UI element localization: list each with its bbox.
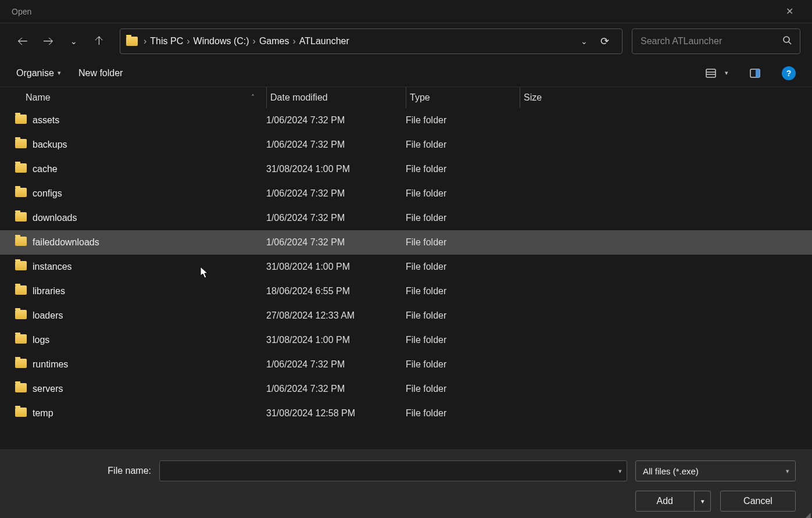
forward-button[interactable]: 🡢: [37, 30, 59, 52]
folder-icon: [15, 115, 27, 124]
file-date: 31/08/2024 12:58 PM: [266, 408, 406, 419]
column-name-header[interactable]: Name ˄: [26, 92, 266, 103]
refresh-button[interactable]: ⟳: [593, 35, 616, 48]
file-date: 1/06/2024 7:32 PM: [266, 359, 406, 370]
file-date: 1/06/2024 7:32 PM: [266, 115, 406, 126]
file-type: File folder: [406, 164, 520, 174]
nav-row: 🡠 🡢 ⌄ 🡡 › This PC › Windows (C:) › Games…: [0, 23, 812, 59]
file-name: instances: [33, 262, 266, 272]
view-mode-button[interactable]: [702, 64, 720, 83]
file-list[interactable]: assets1/06/2024 7:32 PMFile folderbackup…: [0, 108, 812, 427]
view-dropdown-icon[interactable]: ▾: [725, 69, 728, 77]
file-type: File folder: [406, 115, 520, 126]
folder-icon: [15, 310, 27, 319]
file-row[interactable]: instances31/08/2024 1:00 PMFile folder: [0, 255, 812, 279]
svg-rect-6: [756, 69, 760, 77]
folder-icon: [15, 139, 27, 148]
file-type: File folder: [406, 140, 520, 150]
file-row[interactable]: loaders27/08/2024 12:33 AMFile folder: [0, 303, 812, 328]
file-type: File folder: [406, 335, 520, 345]
file-name: loaders: [33, 310, 266, 321]
file-row[interactable]: faileddownloads1/06/2024 7:32 PMFile fol…: [0, 230, 812, 255]
folder-icon: [15, 383, 27, 392]
file-type: File folder: [406, 237, 520, 248]
preview-pane-button[interactable]: [746, 64, 764, 83]
up-button[interactable]: 🡡: [88, 30, 110, 52]
toolbar: Organise ▾ New folder ▾ ?: [0, 59, 812, 87]
folder-icon: [15, 212, 27, 222]
chevron-down-icon[interactable]: ▾: [618, 467, 622, 475]
filetype-dropdown[interactable]: All files (*.exe) ▾: [635, 460, 796, 481]
chevron-right-icon: ›: [185, 36, 191, 47]
add-dropdown-button[interactable]: ▾: [695, 491, 711, 512]
chevron-right-icon: ›: [291, 36, 296, 47]
folder-icon: [15, 285, 27, 295]
cancel-button[interactable]: Cancel: [720, 491, 796, 512]
file-type: File folder: [406, 262, 520, 272]
file-date: 1/06/2024 7:32 PM: [266, 237, 406, 248]
file-name: faileddownloads: [33, 237, 266, 248]
file-name: backups: [33, 140, 266, 150]
file-row[interactable]: assets1/06/2024 7:32 PMFile folder: [0, 108, 812, 133]
search-box[interactable]: [632, 28, 800, 54]
file-name: servers: [33, 384, 266, 394]
back-button[interactable]: 🡠: [12, 30, 34, 52]
file-type: File folder: [406, 310, 520, 321]
file-row[interactable]: configs1/06/2024 7:32 PMFile folder: [0, 181, 812, 206]
filename-input[interactable]: ▾: [159, 460, 627, 481]
file-date: 1/06/2024 7:32 PM: [266, 213, 406, 223]
column-size-header[interactable]: Size: [520, 87, 594, 108]
file-name: downloads: [33, 213, 266, 223]
column-date-header[interactable]: Date modified: [266, 87, 406, 108]
file-row[interactable]: logs31/08/2024 1:00 PMFile folder: [0, 328, 812, 352]
breadcrumb-item[interactable]: ATLauncher: [297, 36, 352, 47]
address-bar[interactable]: › This PC › Windows (C:) › Games › ATLau…: [120, 28, 623, 54]
chevron-down-icon: ▾: [786, 467, 789, 475]
breadcrumb-item[interactable]: Games: [257, 36, 292, 47]
file-row[interactable]: libraries18/06/2024 6:55 PMFile folder: [0, 279, 812, 303]
close-button[interactable]: ✕: [779, 1, 800, 22]
file-name: assets: [33, 115, 266, 126]
file-row[interactable]: temp31/08/2024 12:58 PMFile folder: [0, 401, 812, 426]
column-headers: Name ˄ Date modified Type Size: [0, 87, 812, 108]
file-row[interactable]: runtimes1/06/2024 7:32 PMFile folder: [0, 352, 812, 377]
search-input[interactable]: [641, 36, 782, 47]
address-history-dropdown[interactable]: ⌄: [575, 37, 593, 46]
file-type: File folder: [406, 188, 520, 199]
file-type: File folder: [406, 213, 520, 223]
chevron-right-icon: ›: [142, 36, 148, 47]
titlebar: Open ✕: [0, 0, 812, 23]
file-row[interactable]: downloads1/06/2024 7:32 PMFile folder: [0, 206, 812, 230]
add-button[interactable]: Add: [635, 491, 695, 512]
search-icon: [782, 35, 792, 47]
sort-indicator-icon: ˄: [251, 94, 255, 102]
folder-icon: [126, 37, 138, 46]
resize-grip-icon[interactable]: ◢: [804, 513, 810, 517]
svg-rect-2: [706, 69, 716, 77]
folder-icon: [15, 408, 27, 417]
file-name: libraries: [33, 286, 266, 296]
file-name: runtimes: [33, 359, 266, 370]
svg-line-1: [789, 42, 791, 44]
chevron-down-icon: ▾: [58, 69, 61, 77]
file-type: File folder: [406, 408, 520, 419]
breadcrumb-item[interactable]: This PC: [148, 36, 185, 47]
new-folder-button[interactable]: New folder: [78, 68, 123, 78]
help-button[interactable]: ?: [782, 66, 796, 80]
folder-icon: [15, 334, 27, 344]
folder-icon: [15, 237, 27, 246]
file-date: 1/06/2024 7:32 PM: [266, 384, 406, 394]
folder-icon: [15, 261, 27, 270]
file-row[interactable]: servers1/06/2024 7:32 PMFile folder: [0, 377, 812, 401]
file-name: configs: [33, 188, 266, 199]
breadcrumb-item[interactable]: Windows (C:): [191, 36, 252, 47]
file-row[interactable]: backups1/06/2024 7:32 PMFile folder: [0, 133, 812, 157]
file-row[interactable]: cache31/08/2024 1:00 PMFile folder: [0, 157, 812, 181]
recent-locations-button[interactable]: ⌄: [63, 30, 85, 52]
chevron-right-icon: ›: [252, 36, 257, 47]
column-type-header[interactable]: Type: [406, 87, 520, 108]
organise-menu[interactable]: Organise ▾: [16, 68, 61, 78]
file-name: logs: [33, 335, 266, 345]
file-date: 31/08/2024 1:00 PM: [266, 262, 406, 272]
folder-icon: [15, 359, 27, 368]
